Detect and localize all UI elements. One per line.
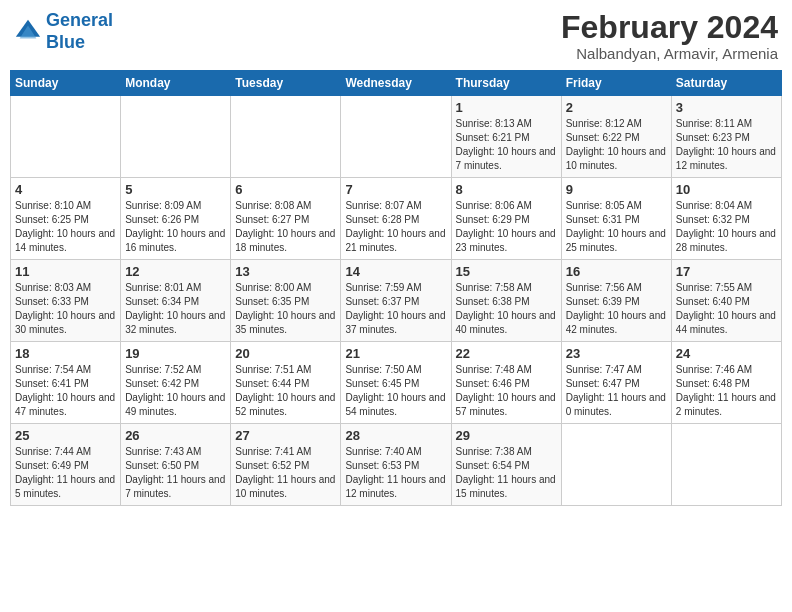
weekday-header-thursday: Thursday xyxy=(451,71,561,96)
header: General Blue February 2024 Nalbandyan, A… xyxy=(10,10,782,62)
logo: General Blue xyxy=(14,10,113,53)
day-info: Sunrise: 8:11 AMSunset: 6:23 PMDaylight:… xyxy=(676,117,777,173)
day-number: 2 xyxy=(566,100,667,115)
calendar-cell: 14Sunrise: 7:59 AMSunset: 6:37 PMDayligh… xyxy=(341,260,451,342)
day-number: 23 xyxy=(566,346,667,361)
calendar-cell: 11Sunrise: 8:03 AMSunset: 6:33 PMDayligh… xyxy=(11,260,121,342)
weekday-header-friday: Friday xyxy=(561,71,671,96)
calendar-cell: 4Sunrise: 8:10 AMSunset: 6:25 PMDaylight… xyxy=(11,178,121,260)
calendar-cell xyxy=(341,96,451,178)
calendar-subtitle: Nalbandyan, Armavir, Armenia xyxy=(561,45,778,62)
day-number: 4 xyxy=(15,182,116,197)
day-number: 20 xyxy=(235,346,336,361)
weekday-header-wednesday: Wednesday xyxy=(341,71,451,96)
day-info: Sunrise: 7:56 AMSunset: 6:39 PMDaylight:… xyxy=(566,281,667,337)
calendar-cell: 10Sunrise: 8:04 AMSunset: 6:32 PMDayligh… xyxy=(671,178,781,260)
calendar-cell: 22Sunrise: 7:48 AMSunset: 6:46 PMDayligh… xyxy=(451,342,561,424)
day-number: 6 xyxy=(235,182,336,197)
day-number: 21 xyxy=(345,346,446,361)
calendar-cell: 15Sunrise: 7:58 AMSunset: 6:38 PMDayligh… xyxy=(451,260,561,342)
calendar-cell: 8Sunrise: 8:06 AMSunset: 6:29 PMDaylight… xyxy=(451,178,561,260)
day-number: 15 xyxy=(456,264,557,279)
logo-text: General Blue xyxy=(46,10,113,53)
weekday-header-tuesday: Tuesday xyxy=(231,71,341,96)
day-number: 8 xyxy=(456,182,557,197)
day-info: Sunrise: 8:07 AMSunset: 6:28 PMDaylight:… xyxy=(345,199,446,255)
calendar-week-4: 18Sunrise: 7:54 AMSunset: 6:41 PMDayligh… xyxy=(11,342,782,424)
day-info: Sunrise: 7:41 AMSunset: 6:52 PMDaylight:… xyxy=(235,445,336,501)
day-number: 27 xyxy=(235,428,336,443)
calendar-week-1: 1Sunrise: 8:13 AMSunset: 6:21 PMDaylight… xyxy=(11,96,782,178)
day-number: 1 xyxy=(456,100,557,115)
calendar-cell: 29Sunrise: 7:38 AMSunset: 6:54 PMDayligh… xyxy=(451,424,561,506)
day-info: Sunrise: 7:51 AMSunset: 6:44 PMDaylight:… xyxy=(235,363,336,419)
day-info: Sunrise: 8:00 AMSunset: 6:35 PMDaylight:… xyxy=(235,281,336,337)
day-number: 28 xyxy=(345,428,446,443)
logo-general: General xyxy=(46,10,113,30)
day-info: Sunrise: 7:54 AMSunset: 6:41 PMDaylight:… xyxy=(15,363,116,419)
day-number: 14 xyxy=(345,264,446,279)
calendar-header: SundayMondayTuesdayWednesdayThursdayFrid… xyxy=(11,71,782,96)
day-info: Sunrise: 7:38 AMSunset: 6:54 PMDaylight:… xyxy=(456,445,557,501)
day-number: 19 xyxy=(125,346,226,361)
day-info: Sunrise: 7:58 AMSunset: 6:38 PMDaylight:… xyxy=(456,281,557,337)
calendar-cell: 1Sunrise: 8:13 AMSunset: 6:21 PMDaylight… xyxy=(451,96,561,178)
day-number: 17 xyxy=(676,264,777,279)
title-block: February 2024 Nalbandyan, Armavir, Armen… xyxy=(561,10,778,62)
day-number: 29 xyxy=(456,428,557,443)
calendar-cell xyxy=(11,96,121,178)
weekday-header-saturday: Saturday xyxy=(671,71,781,96)
day-info: Sunrise: 7:40 AMSunset: 6:53 PMDaylight:… xyxy=(345,445,446,501)
calendar-cell: 6Sunrise: 8:08 AMSunset: 6:27 PMDaylight… xyxy=(231,178,341,260)
calendar-cell: 7Sunrise: 8:07 AMSunset: 6:28 PMDaylight… xyxy=(341,178,451,260)
calendar-cell: 18Sunrise: 7:54 AMSunset: 6:41 PMDayligh… xyxy=(11,342,121,424)
weekday-header-monday: Monday xyxy=(121,71,231,96)
calendar-cell xyxy=(121,96,231,178)
day-info: Sunrise: 8:09 AMSunset: 6:26 PMDaylight:… xyxy=(125,199,226,255)
day-info: Sunrise: 8:13 AMSunset: 6:21 PMDaylight:… xyxy=(456,117,557,173)
calendar-cell: 20Sunrise: 7:51 AMSunset: 6:44 PMDayligh… xyxy=(231,342,341,424)
calendar-week-3: 11Sunrise: 8:03 AMSunset: 6:33 PMDayligh… xyxy=(11,260,782,342)
calendar-title: February 2024 xyxy=(561,10,778,45)
calendar-cell xyxy=(561,424,671,506)
day-info: Sunrise: 8:01 AMSunset: 6:34 PMDaylight:… xyxy=(125,281,226,337)
day-number: 11 xyxy=(15,264,116,279)
calendar-cell: 2Sunrise: 8:12 AMSunset: 6:22 PMDaylight… xyxy=(561,96,671,178)
day-info: Sunrise: 8:06 AMSunset: 6:29 PMDaylight:… xyxy=(456,199,557,255)
calendar-cell: 5Sunrise: 8:09 AMSunset: 6:26 PMDaylight… xyxy=(121,178,231,260)
calendar-cell: 28Sunrise: 7:40 AMSunset: 6:53 PMDayligh… xyxy=(341,424,451,506)
weekday-header-row: SundayMondayTuesdayWednesdayThursdayFrid… xyxy=(11,71,782,96)
day-info: Sunrise: 7:55 AMSunset: 6:40 PMDaylight:… xyxy=(676,281,777,337)
day-info: Sunrise: 8:05 AMSunset: 6:31 PMDaylight:… xyxy=(566,199,667,255)
day-number: 5 xyxy=(125,182,226,197)
calendar-cell xyxy=(671,424,781,506)
day-info: Sunrise: 7:52 AMSunset: 6:42 PMDaylight:… xyxy=(125,363,226,419)
calendar-cell: 9Sunrise: 8:05 AMSunset: 6:31 PMDaylight… xyxy=(561,178,671,260)
day-number: 12 xyxy=(125,264,226,279)
day-number: 24 xyxy=(676,346,777,361)
day-info: Sunrise: 8:10 AMSunset: 6:25 PMDaylight:… xyxy=(15,199,116,255)
day-number: 26 xyxy=(125,428,226,443)
day-info: Sunrise: 8:03 AMSunset: 6:33 PMDaylight:… xyxy=(15,281,116,337)
calendar-week-5: 25Sunrise: 7:44 AMSunset: 6:49 PMDayligh… xyxy=(11,424,782,506)
day-info: Sunrise: 8:04 AMSunset: 6:32 PMDaylight:… xyxy=(676,199,777,255)
calendar-cell: 12Sunrise: 8:01 AMSunset: 6:34 PMDayligh… xyxy=(121,260,231,342)
day-info: Sunrise: 8:08 AMSunset: 6:27 PMDaylight:… xyxy=(235,199,336,255)
calendar-cell xyxy=(231,96,341,178)
logo-blue: Blue xyxy=(46,32,113,54)
day-info: Sunrise: 7:47 AMSunset: 6:47 PMDaylight:… xyxy=(566,363,667,419)
calendar-body: 1Sunrise: 8:13 AMSunset: 6:21 PMDaylight… xyxy=(11,96,782,506)
calendar-cell: 21Sunrise: 7:50 AMSunset: 6:45 PMDayligh… xyxy=(341,342,451,424)
day-info: Sunrise: 7:48 AMSunset: 6:46 PMDaylight:… xyxy=(456,363,557,419)
day-number: 22 xyxy=(456,346,557,361)
day-info: Sunrise: 8:12 AMSunset: 6:22 PMDaylight:… xyxy=(566,117,667,173)
calendar-cell: 23Sunrise: 7:47 AMSunset: 6:47 PMDayligh… xyxy=(561,342,671,424)
day-number: 3 xyxy=(676,100,777,115)
calendar-week-2: 4Sunrise: 8:10 AMSunset: 6:25 PMDaylight… xyxy=(11,178,782,260)
calendar-cell: 19Sunrise: 7:52 AMSunset: 6:42 PMDayligh… xyxy=(121,342,231,424)
day-number: 13 xyxy=(235,264,336,279)
day-info: Sunrise: 7:50 AMSunset: 6:45 PMDaylight:… xyxy=(345,363,446,419)
day-number: 25 xyxy=(15,428,116,443)
calendar-cell: 17Sunrise: 7:55 AMSunset: 6:40 PMDayligh… xyxy=(671,260,781,342)
day-number: 16 xyxy=(566,264,667,279)
